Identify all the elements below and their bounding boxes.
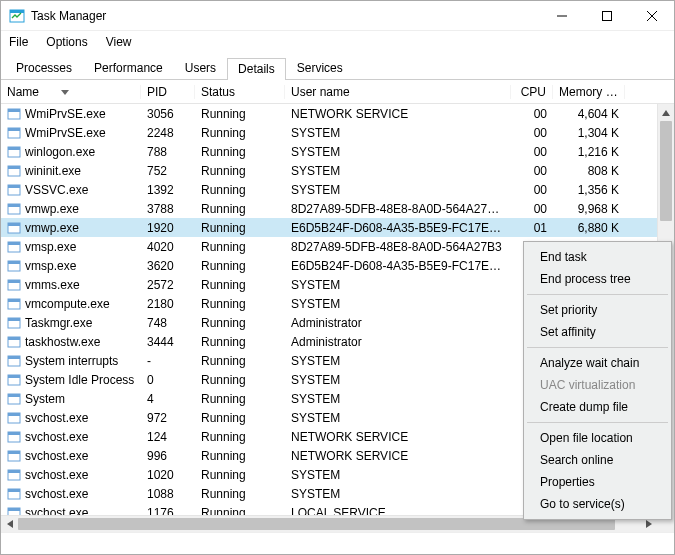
scroll-left-icon[interactable] xyxy=(1,516,18,532)
process-pid: 4 xyxy=(141,392,195,406)
svg-marker-6 xyxy=(61,90,69,95)
menu-options[interactable]: Options xyxy=(46,35,87,49)
process-user: 8D27A89-5DFB-48E8-8A0D-564A27B3 xyxy=(285,240,511,254)
process-name: VSSVC.exe xyxy=(25,183,88,197)
cm-create-dump-file[interactable]: Create dump file xyxy=(526,396,669,418)
process-icon xyxy=(7,487,21,501)
process-pid: 752 xyxy=(141,164,195,178)
process-pid: - xyxy=(141,354,195,368)
process-status: Running xyxy=(195,240,285,254)
process-icon xyxy=(7,335,21,349)
menu-view[interactable]: View xyxy=(106,35,132,49)
process-pid: 996 xyxy=(141,449,195,463)
process-name: svchost.exe xyxy=(25,430,88,444)
cm-search-online[interactable]: Search online xyxy=(526,449,669,471)
process-pid: 124 xyxy=(141,430,195,444)
table-row[interactable]: winlogon.exe788RunningSYSTEM001,216 K xyxy=(1,142,657,161)
table-row[interactable]: vmwp.exe3788Running8D27A89-5DFB-48E8-8A0… xyxy=(1,199,657,218)
table-row[interactable]: wininit.exe752RunningSYSTEM00808 K xyxy=(1,161,657,180)
close-button[interactable] xyxy=(629,1,674,30)
table-row[interactable]: vmwp.exe1920RunningE6D5B24F-D608-4A35-B5… xyxy=(1,218,657,237)
process-status: Running xyxy=(195,487,285,501)
col-header-memory[interactable]: Memory (p... xyxy=(553,85,625,99)
process-user: Administrator xyxy=(285,316,511,330)
process-icon xyxy=(7,183,21,197)
process-pid: 788 xyxy=(141,145,195,159)
process-user: SYSTEM xyxy=(285,411,511,425)
process-name: taskhostw.exe xyxy=(25,335,100,349)
process-status: Running xyxy=(195,392,285,406)
statusbar xyxy=(1,532,674,554)
cm-analyze-wait-chain[interactable]: Analyze wait chain xyxy=(526,352,669,374)
process-memory: 9,968 K xyxy=(553,202,625,216)
process-icon xyxy=(7,354,21,368)
process-user: SYSTEM xyxy=(285,468,511,482)
table-row[interactable]: VSSVC.exe1392RunningSYSTEM001,356 K xyxy=(1,180,657,199)
process-pid: 1088 xyxy=(141,487,195,501)
tab-details[interactable]: Details xyxy=(227,58,286,80)
svg-rect-44 xyxy=(8,451,20,454)
process-status: Running xyxy=(195,506,285,516)
process-status: Running xyxy=(195,145,285,159)
process-cpu: 00 xyxy=(511,126,553,140)
col-header-pid[interactable]: PID xyxy=(141,85,195,99)
tab-processes[interactable]: Processes xyxy=(5,57,83,79)
svg-rect-46 xyxy=(8,470,20,473)
menu-file[interactable]: File xyxy=(9,35,28,49)
cm-end-task[interactable]: End task xyxy=(526,246,669,268)
scroll-up-icon[interactable] xyxy=(658,104,674,121)
process-user: SYSTEM xyxy=(285,297,511,311)
tab-users[interactable]: Users xyxy=(174,57,227,79)
process-name: winlogon.exe xyxy=(25,145,95,159)
table-row[interactable]: WmiPrvSE.exe3056RunningNETWORK SERVICE00… xyxy=(1,104,657,123)
col-header-user[interactable]: User name xyxy=(285,85,511,99)
col-header-status[interactable]: Status xyxy=(195,85,285,99)
process-pid: 1392 xyxy=(141,183,195,197)
col-header-cpu[interactable]: CPU xyxy=(511,85,553,99)
table-row[interactable]: WmiPrvSE.exe2248RunningSYSTEM001,304 K xyxy=(1,123,657,142)
process-name: vmwp.exe xyxy=(25,221,79,235)
app-icon xyxy=(9,8,25,24)
process-cpu: 00 xyxy=(511,164,553,178)
tab-performance[interactable]: Performance xyxy=(83,57,174,79)
process-user: SYSTEM xyxy=(285,354,511,368)
col-header-name[interactable]: Name xyxy=(1,85,141,99)
process-user: SYSTEM xyxy=(285,145,511,159)
svg-rect-36 xyxy=(8,375,20,378)
process-icon xyxy=(7,468,21,482)
process-status: Running xyxy=(195,221,285,235)
process-pid: 3056 xyxy=(141,107,195,121)
process-status: Running xyxy=(195,468,285,482)
process-cpu: 00 xyxy=(511,145,553,159)
svg-rect-42 xyxy=(8,432,20,435)
minimize-button[interactable] xyxy=(539,1,584,30)
cm-set-affinity[interactable]: Set affinity xyxy=(526,321,669,343)
process-user: NETWORK SERVICE xyxy=(285,449,511,463)
col-header-name-label: Name xyxy=(7,85,39,99)
process-name: svchost.exe xyxy=(25,411,88,425)
cm-end-process-tree[interactable]: End process tree xyxy=(526,268,669,290)
process-name: System Idle Process xyxy=(25,373,134,387)
vertical-scroll-thumb[interactable] xyxy=(660,121,672,221)
cm-properties[interactable]: Properties xyxy=(526,471,669,493)
cm-set-priority[interactable]: Set priority xyxy=(526,299,669,321)
cm-go-to-services[interactable]: Go to service(s) xyxy=(526,493,669,515)
process-name: vmsp.exe xyxy=(25,240,76,254)
process-user: SYSTEM xyxy=(285,373,511,387)
svg-marker-54 xyxy=(646,520,652,528)
process-name: svchost.exe xyxy=(25,468,88,482)
process-name: System xyxy=(25,392,65,406)
tab-services[interactable]: Services xyxy=(286,57,354,79)
process-pid: 3620 xyxy=(141,259,195,273)
process-icon xyxy=(7,107,21,121)
maximize-button[interactable] xyxy=(584,1,629,30)
process-status: Running xyxy=(195,126,285,140)
process-status: Running xyxy=(195,297,285,311)
svg-rect-32 xyxy=(8,337,20,340)
menubar: File Options View xyxy=(1,31,674,53)
titlebar: Task Manager xyxy=(1,1,674,31)
cm-open-file-location[interactable]: Open file location xyxy=(526,427,669,449)
task-manager-window: Task Manager File Options View Processes… xyxy=(0,0,675,555)
svg-rect-10 xyxy=(8,128,20,131)
svg-rect-14 xyxy=(8,166,20,169)
